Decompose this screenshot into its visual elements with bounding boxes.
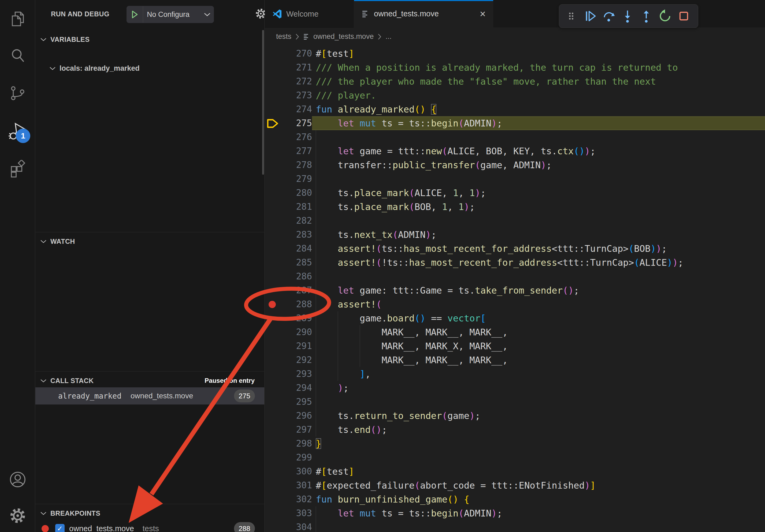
gutter-glyph-margin[interactable] <box>265 89 280 102</box>
gutter-glyph-margin[interactable] <box>265 130 280 144</box>
stop-button[interactable] <box>674 7 693 25</box>
code-line-270[interactable]: 270#[test] <box>265 47 765 61</box>
line-number[interactable]: 275 <box>280 116 312 130</box>
code-line-293[interactable]: 293 ], <box>265 367 765 381</box>
code-line-302[interactable]: 302fun burn_unfinished_game() { <box>265 492 765 506</box>
toolbar-drag-handle[interactable] <box>562 7 581 25</box>
gutter-glyph-margin[interactable] <box>265 116 280 130</box>
gutter-glyph-margin[interactable] <box>265 395 280 409</box>
code-line-text[interactable] <box>312 450 765 464</box>
line-number[interactable]: 271 <box>280 61 312 75</box>
code-line-text[interactable]: ], <box>312 367 765 381</box>
extensions-icon[interactable] <box>0 153 35 185</box>
gutter-glyph-margin[interactable] <box>265 325 280 339</box>
code-line-text[interactable]: ts.place_mark(ALICE, 1, 1); <box>312 186 765 200</box>
gutter-glyph-margin[interactable] <box>265 47 280 61</box>
line-number[interactable]: 303 <box>280 506 312 520</box>
line-number[interactable]: 287 <box>280 283 312 297</box>
line-number[interactable]: 284 <box>280 242 312 256</box>
code-line-300[interactable]: 300#[test] <box>265 464 765 478</box>
line-number[interactable]: 299 <box>280 450 312 464</box>
code-line-303[interactable]: 303 let mut ts = ts::begin(ADMIN); <box>265 506 765 520</box>
source-control-icon[interactable] <box>0 77 35 109</box>
code-line-294[interactable]: 294 ); <box>265 381 765 395</box>
code-line-text[interactable]: } <box>312 437 765 450</box>
gutter-glyph-margin[interactable] <box>265 200 280 214</box>
call-stack-frame-row[interactable]: already_marked owned_tests.move 275 <box>35 387 264 404</box>
gutter-glyph-margin[interactable] <box>265 144 280 158</box>
start-debug-button[interactable] <box>127 6 143 23</box>
line-number[interactable]: 280 <box>280 186 312 200</box>
close-tab-icon[interactable]: × <box>480 9 486 19</box>
gutter-glyph-margin[interactable] <box>265 297 280 311</box>
line-number[interactable]: 279 <box>280 172 312 186</box>
code-line-301[interactable]: 301#[expected_failure(abort_code = ttt::… <box>265 478 765 492</box>
step-over-button[interactable] <box>599 7 618 25</box>
explorer-icon[interactable] <box>0 3 35 35</box>
code-line-292[interactable]: 292 MARK__, MARK__, MARK__, <box>265 353 765 367</box>
code-line-text[interactable]: /// the player who made the "false" move… <box>312 75 765 89</box>
code-line-288[interactable]: 288 assert!( <box>265 297 765 311</box>
code-line-text[interactable]: ); <box>312 381 765 395</box>
gutter-glyph-margin[interactable] <box>265 478 280 492</box>
gutter-glyph-margin[interactable] <box>265 214 280 228</box>
breadcrumb-more[interactable]: ... <box>385 32 391 41</box>
continue-button[interactable] <box>581 7 599 25</box>
code-line-text[interactable]: let game = ttt::new(ALICE, BOB, KEY, ts.… <box>312 144 765 158</box>
gutter-glyph-margin[interactable] <box>265 256 280 269</box>
tab-welcome[interactable]: Welcome <box>265 0 354 28</box>
code-line-text[interactable]: ts.next_tx(ADMIN); <box>312 228 765 242</box>
line-number[interactable]: 277 <box>280 144 312 158</box>
restart-button[interactable] <box>656 7 674 25</box>
code-line-271[interactable]: 271/// When a position is already marked… <box>265 61 765 75</box>
line-number[interactable]: 288 <box>280 297 312 311</box>
code-line-286[interactable]: 286 <box>265 269 765 283</box>
code-line-282[interactable]: 282 <box>265 214 765 228</box>
line-number[interactable]: 282 <box>280 214 312 228</box>
code-line-278[interactable]: 278 transfer::public_transfer(game, ADMI… <box>265 158 765 172</box>
code-line-text[interactable]: game.board() == vector[ <box>312 311 765 325</box>
line-number[interactable]: 278 <box>280 158 312 172</box>
gutter-glyph-margin[interactable] <box>265 172 280 186</box>
line-number[interactable]: 289 <box>280 311 312 325</box>
gutter-glyph-margin[interactable] <box>265 450 280 464</box>
gutter-glyph-margin[interactable] <box>265 186 280 200</box>
gutter-glyph-margin[interactable] <box>265 492 280 506</box>
breadcrumb-folder[interactable]: tests <box>276 32 291 41</box>
gutter-glyph-margin[interactable] <box>265 311 280 325</box>
code-line-285[interactable]: 285 assert!(!ts::has_most_recent_for_add… <box>265 256 765 269</box>
code-line-284[interactable]: 284 assert!(ts::has_most_recent_for_addr… <box>265 242 765 256</box>
gutter-glyph-margin[interactable] <box>265 339 280 353</box>
line-number[interactable]: 300 <box>280 464 312 478</box>
code-editor[interactable]: 270#[test]271/// When a position is alre… <box>265 45 765 532</box>
line-number[interactable]: 276 <box>280 130 312 144</box>
debug-config-dropdown[interactable]: No Configura <box>127 6 214 23</box>
code-line-276[interactable]: 276 <box>265 130 765 144</box>
code-line-text[interactable] <box>312 172 765 186</box>
gutter-glyph-margin[interactable] <box>265 75 280 89</box>
code-line-281[interactable]: 281 ts.place_mark(BOB, 1, 1); <box>265 200 765 214</box>
line-number[interactable]: 286 <box>280 269 312 283</box>
code-line-text[interactable]: MARK__, MARK_X, MARK__, <box>312 339 765 353</box>
code-line-298[interactable]: 298} <box>265 437 765 450</box>
code-line-283[interactable]: 283 ts.next_tx(ADMIN); <box>265 228 765 242</box>
line-number[interactable]: 295 <box>280 395 312 409</box>
line-number[interactable]: 294 <box>280 381 312 395</box>
code-line-text[interactable]: #[test] <box>312 47 765 61</box>
breakpoints-section-header[interactable]: BREAKPOINTS <box>35 505 264 521</box>
gutter-glyph-margin[interactable] <box>265 506 280 520</box>
line-number[interactable]: 298 <box>280 437 312 450</box>
breadcrumb-file[interactable]: owned_tests.move <box>313 32 374 41</box>
line-number[interactable]: 285 <box>280 256 312 269</box>
code-line-text[interactable]: let game: ttt::Game = ts.take_from_sende… <box>312 283 765 297</box>
code-line-295[interactable]: 295 <box>265 395 765 409</box>
line-number[interactable]: 301 <box>280 478 312 492</box>
breakpoint-dot-icon[interactable] <box>269 301 276 308</box>
code-line-text[interactable]: /// When a position is already marked, t… <box>312 61 765 75</box>
line-number[interactable]: 290 <box>280 325 312 339</box>
gutter-glyph-margin[interactable] <box>265 158 280 172</box>
line-number[interactable]: 273 <box>280 89 312 102</box>
tab-owned-tests[interactable]: owned_tests.move × <box>354 0 493 28</box>
code-line-289[interactable]: 289 game.board() == vector[ <box>265 311 765 325</box>
code-line-272[interactable]: 272/// the player who made the "false" m… <box>265 75 765 89</box>
